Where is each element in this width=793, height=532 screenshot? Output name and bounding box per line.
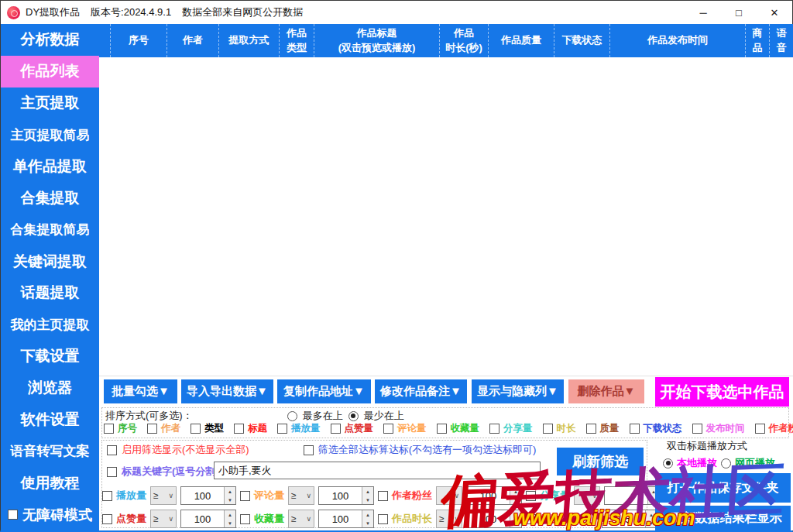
col-goods[interactable]: 商 品 xyxy=(746,24,770,57)
toggle-comments[interactable]: 评论量 xyxy=(383,422,427,435)
sort-most-radio[interactable] xyxy=(287,411,297,421)
delete-works-button[interactable]: 删除作品▼ xyxy=(568,379,644,403)
enable-filter-checkbox[interactable] xyxy=(107,445,117,455)
col-duration[interactable]: 作品 时长(秒) xyxy=(440,24,489,57)
open-save-folder-button[interactable]: 打开作品保存文件夹 xyxy=(655,473,791,503)
web-play-radio[interactable] xyxy=(721,458,731,469)
toggle-index-checkbox[interactable] xyxy=(104,424,114,434)
author-fans-op-dropdown[interactable]: ∨ xyxy=(436,486,462,505)
sidebar-item-analyze[interactable]: 分析数据 xyxy=(1,24,99,56)
sidebar-item-collection-simple[interactable]: 合集提取简易 xyxy=(1,214,99,245)
toggle-title-checkbox[interactable] xyxy=(234,424,244,434)
toggle-author-fans[interactable]: 作者粉丝 xyxy=(755,422,793,435)
sidebar-item-works-list[interactable]: 作品列表 xyxy=(1,56,99,88)
sidebar-item-browser[interactable]: 浏览器 xyxy=(1,372,99,404)
sort-most-label[interactable]: 最多在上 xyxy=(303,409,343,423)
toggle-favorites-checkbox[interactable] xyxy=(437,424,447,434)
col-voice[interactable]: 语 音 xyxy=(770,24,793,57)
quality-filter-checkbox[interactable] xyxy=(526,514,536,524)
show-hide-columns-button[interactable]: 显示与隐藏列▼ xyxy=(472,379,564,403)
toggle-title[interactable]: 标题 xyxy=(234,422,267,435)
toggle-comments-checkbox[interactable] xyxy=(383,424,393,434)
likes-filter-checkbox[interactable] xyxy=(102,514,112,524)
shares-filter-checkbox[interactable] xyxy=(526,491,536,501)
favorites-value-spinner[interactable]: 100▲▼ xyxy=(318,510,374,528)
toggle-quality-checkbox[interactable] xyxy=(586,424,596,434)
keyword-checkbox[interactable] xyxy=(107,467,117,477)
sidebar-item-keyword[interactable]: 关键词提取 xyxy=(1,245,99,277)
copy-address-button[interactable]: 复制作品地址▼ xyxy=(277,379,371,403)
keyword-input[interactable] xyxy=(214,462,541,479)
col-title[interactable]: 作品标题 (双击预览或播放) xyxy=(314,24,440,57)
update-results-button[interactable]: ↓更新数据结果栏显示 xyxy=(655,506,791,530)
col-publish-time[interactable]: 作品发布时间 xyxy=(610,24,746,57)
sidebar-item-topic[interactable]: 话题提取 xyxy=(1,277,99,309)
refresh-filter-button[interactable]: 刷新筛选 xyxy=(557,448,644,475)
enable-filter-label[interactable]: 启用筛选显示(不选显示全部) xyxy=(122,443,249,457)
maximize-icon[interactable]: □ xyxy=(721,1,757,24)
toggle-author-fans-checkbox[interactable] xyxy=(755,424,765,434)
toggle-shares[interactable]: 分享量 xyxy=(489,422,533,435)
col-download-status[interactable]: 下载状态 xyxy=(554,24,610,57)
all-match-label[interactable]: 筛选全部达标算达标(不勾选有一项勾选达标即可) xyxy=(318,443,537,457)
sidebar-item-single-work[interactable]: 单作品提取 xyxy=(1,151,99,183)
toggle-quality[interactable]: 质量 xyxy=(586,422,620,435)
sort-least-label[interactable]: 最少在上 xyxy=(364,409,404,423)
works-table-body[interactable] xyxy=(99,57,793,376)
toggle-author-checkbox[interactable] xyxy=(147,424,157,434)
plays-filter-checkbox[interactable] xyxy=(102,491,112,501)
toggle-plays[interactable]: 播放量 xyxy=(277,422,321,435)
toggle-likes-checkbox[interactable] xyxy=(331,424,341,434)
accessibility-checkbox[interactable] xyxy=(8,510,18,520)
toggle-publish-time[interactable]: 发布时间 xyxy=(692,422,745,435)
plays-value-spinner[interactable]: 100▲▼ xyxy=(180,486,236,505)
sidebar-item-home-extract[interactable]: 主页提取 xyxy=(1,88,99,119)
shares-value-spinner[interactable]: ▲▼ xyxy=(604,486,660,505)
quality-value-spinner[interactable]: 1.5▲▼ xyxy=(602,510,657,528)
shares-op-dropdown[interactable]: ∨ xyxy=(574,486,600,505)
sidebar-item-tutorial[interactable]: 使用教程 xyxy=(1,467,99,499)
close-icon[interactable]: ✕ xyxy=(757,1,792,24)
sidebar-item-my-home[interactable]: 我的主页提取 xyxy=(1,309,99,341)
minimize-icon[interactable]: ─ xyxy=(685,1,721,24)
author-fans-value-spinner[interactable]: 100▲▼ xyxy=(466,486,522,505)
toggle-author[interactable]: 作者 xyxy=(147,422,180,435)
col-work-type[interactable]: 作品 类型 xyxy=(280,24,314,57)
likes-op-dropdown[interactable]: ≥∨ xyxy=(150,510,177,528)
toggle-plays-checkbox[interactable] xyxy=(277,424,287,434)
author-fans-filter-checkbox[interactable] xyxy=(378,491,388,501)
sidebar-item-home-extract-simple[interactable]: 主页提取简易 xyxy=(1,119,99,151)
comments-value-spinner[interactable]: 100▲▼ xyxy=(318,486,374,505)
toggle-shares-checkbox[interactable] xyxy=(489,424,499,434)
sidebar-item-software-settings[interactable]: 软件设置 xyxy=(1,404,99,436)
duration-filter-checkbox[interactable] xyxy=(378,514,388,524)
plays-op-dropdown[interactable]: ≥∨ xyxy=(150,486,177,505)
local-play-label[interactable]: 本地播放 xyxy=(677,456,717,470)
duration-value-spinner[interactable]: 100▲▼ xyxy=(466,510,522,528)
batch-select-button[interactable]: 批量勾选▼ xyxy=(104,379,177,403)
comments-op-dropdown[interactable]: ≥∨ xyxy=(288,486,314,505)
toggle-type-checkbox[interactable] xyxy=(191,424,201,434)
comments-filter-checkbox[interactable] xyxy=(240,491,250,501)
col-extract-method[interactable]: 提取方式 xyxy=(219,24,280,57)
likes-value-spinner[interactable]: 100▲▼ xyxy=(180,510,236,528)
favorites-filter-checkbox[interactable] xyxy=(240,514,250,524)
toggle-download-status[interactable]: 下载状态 xyxy=(630,422,682,435)
col-author[interactable]: 作者 xyxy=(167,24,219,57)
all-match-checkbox[interactable] xyxy=(304,445,314,455)
toggle-download-status-checkbox[interactable] xyxy=(630,424,640,434)
local-play-radio[interactable] xyxy=(663,458,673,469)
toggle-type[interactable]: 类型 xyxy=(191,422,224,435)
sidebar-item-voice-transcribe[interactable]: 语音转写文案 xyxy=(1,435,99,467)
col-index[interactable]: 序号 xyxy=(111,24,167,57)
duration-op-dropdown[interactable]: ≥∨ xyxy=(436,510,462,528)
sort-least-radio[interactable] xyxy=(348,411,359,421)
col-quality[interactable]: 作品质量 xyxy=(489,24,554,57)
toggle-likes[interactable]: 点赞量 xyxy=(331,422,374,435)
sidebar-item-download-settings[interactable]: 下载设置 xyxy=(1,341,99,372)
start-download-button[interactable]: 开始下载选中作品 xyxy=(655,377,789,407)
toggle-publish-time-checkbox[interactable] xyxy=(692,424,702,434)
sidebar-item-collection[interactable]: 合集提取 xyxy=(1,182,99,214)
toggle-duration-checkbox[interactable] xyxy=(543,424,553,434)
edit-note-button[interactable]: 修改作品备注▼ xyxy=(375,379,467,403)
